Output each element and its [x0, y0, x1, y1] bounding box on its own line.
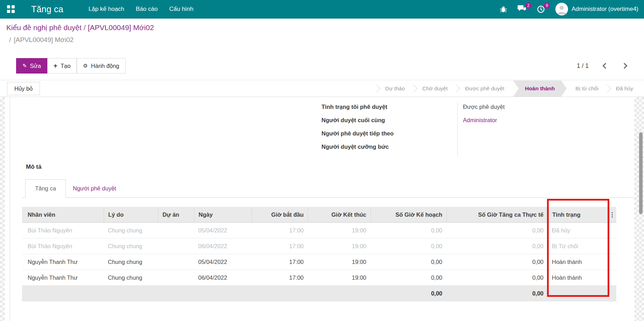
overtime-lines-table: Nhân viên Lý do Dự án Ngày Giờ bắt đầu G…	[22, 207, 616, 301]
table-row[interactable]: Nguyễn Thanh Thư Chung chung 05/04/2022 …	[22, 254, 616, 270]
status-step-label: Đã hủy	[616, 85, 633, 92]
footer-empty	[22, 286, 104, 301]
edit-button[interactable]: ✎ Sửa	[16, 58, 47, 74]
field-value-my-approval-status: Được phê duyệt	[457, 103, 546, 116]
table-row[interactable]: Bùi Thảo Nguyên Chung chung 06/04/2022 1…	[22, 238, 616, 254]
status-step[interactable]: Dự thảo	[376, 81, 414, 97]
activities-clock-icon[interactable]: 9	[537, 5, 545, 13]
cell-row-menu	[608, 270, 616, 285]
apps-grid-icon[interactable]	[7, 5, 15, 13]
pager: 1 / 1	[577, 62, 634, 70]
footer-actual-total: 0,00	[446, 286, 548, 301]
status-step[interactable]: Hoàn thành	[513, 81, 567, 97]
left-transparent-edge	[0, 97, 5, 321]
cell-status: Hoàn thành	[548, 254, 608, 270]
cell-project	[158, 238, 194, 254]
cell-date: 05/04/2022	[194, 223, 251, 238]
table-row[interactable]: Bùi Thảo Nguyên Chung chung 05/04/2022 1…	[22, 223, 616, 238]
breadcrumb-record-link[interactable]: [APVL00049] Mới02	[88, 23, 154, 32]
notebook-tabs: Tăng ca Người phê duyệt	[22, 179, 634, 198]
kebab-vertical-icon: ⋮	[609, 212, 615, 218]
content-left-border	[10, 97, 10, 321]
status-step[interactable]: Chờ duyệt	[414, 81, 456, 97]
cell-reason: Chung chung	[104, 270, 158, 285]
status-step-label: Bị từ chối	[575, 85, 598, 92]
optional-columns-toggle[interactable]: ⋮	[608, 207, 616, 222]
pager-next-icon[interactable]	[622, 63, 628, 69]
tab-overtime[interactable]: Tăng ca	[25, 179, 66, 198]
table-row[interactable]: Nguyễn Thanh Thư Chung chung 06/04/2022 …	[22, 270, 616, 286]
status-step[interactable]: Đã hủy	[607, 81, 642, 97]
cell-row-menu	[608, 238, 616, 254]
status-step-label: Hoàn thành	[525, 85, 555, 92]
breadcrumb-separator: /	[9, 36, 11, 43]
debug-bug-icon[interactable]	[500, 5, 507, 13]
breadcrumb-separator: /	[84, 23, 86, 32]
footer-empty	[194, 286, 251, 301]
status-step[interactable]: Được phê duyệt	[456, 81, 513, 97]
pager-previous-icon[interactable]	[603, 63, 609, 69]
apps-grid-square	[7, 5, 10, 8]
column-header-end-time[interactable]: Giờ Kết thúc	[308, 207, 371, 222]
column-header-start-time[interactable]: Giờ bắt đầu	[251, 207, 308, 222]
menu-reports[interactable]: Báo cáo	[136, 6, 158, 13]
cancel-button[interactable]: Hủy bỏ	[7, 82, 40, 95]
breadcrumb-active-label: [APVL00049] Mới02	[14, 36, 74, 43]
app-title: Tăng ca	[31, 4, 63, 14]
cell-status: Hoàn thành	[548, 270, 608, 285]
column-header-project[interactable]: Dự án	[158, 207, 194, 222]
cell-employee: Bùi Thảo Nguyên	[22, 223, 104, 238]
field-value-last-approver-link[interactable]: Administrator	[457, 116, 546, 129]
cell-project	[158, 254, 194, 270]
column-header-reason[interactable]: Lý do	[104, 207, 158, 222]
gear-icon: ⚙	[83, 63, 88, 69]
status-step-label: Được phê duyệt	[465, 85, 504, 92]
cell-date: 06/04/2022	[194, 270, 251, 285]
breadcrumb: Kiểu đề nghị phê duyệt/[APVL00049] Mới02	[6, 23, 154, 32]
field-label-last-approver: Người duyệt cuối cùng	[321, 116, 457, 124]
user-menu[interactable]: Administrator (overtime4)	[555, 3, 638, 15]
cell-actual-hours: 0,00	[446, 254, 548, 270]
cell-end-time: 19:00	[308, 270, 371, 285]
menu-configuration[interactable]: Cấu hình	[169, 6, 193, 13]
field-value-forced-approver	[457, 142, 546, 156]
cell-actual-hours: 0,00	[446, 270, 548, 285]
cell-end-time: 19:00	[308, 223, 371, 238]
field-row: Người duyệt cưỡng bức	[321, 142, 546, 156]
breadcrumb-parent-link[interactable]: Kiểu đề nghị phê duyệt	[6, 23, 82, 32]
apps-grid-square	[12, 5, 15, 8]
column-header-employee[interactable]: Nhân viên	[22, 207, 104, 222]
footer-empty	[608, 286, 616, 301]
field-row: Tình trạng tôi phê duyệt Được phê duyệt	[321, 103, 546, 116]
messages-icon[interactable]: 2	[518, 5, 526, 13]
footer-empty	[158, 286, 194, 301]
statusbar: Hủy bỏ Dự thảo Chờ duyệt Được phê duyệt …	[0, 81, 644, 97]
app-window: Tăng ca Lập kế hoạch Báo cáo Cấu hình 2	[0, 0, 644, 321]
field-value-next-approver	[457, 129, 546, 142]
apps-grid-square	[12, 10, 15, 13]
action-button-label: Hành động	[91, 63, 119, 69]
scrollbar-thumb[interactable]	[639, 132, 643, 214]
create-button[interactable]: + Tạo	[47, 58, 77, 74]
action-button[interactable]: ⚙ Hành động	[77, 58, 125, 74]
status-step[interactable]: Bị từ chối	[567, 81, 607, 97]
column-header-status[interactable]: Tình trạng	[548, 207, 608, 222]
column-header-actual-hours[interactable]: Số Giờ Tăng ca Thực tế	[446, 207, 548, 222]
activities-count-badge: 9	[544, 2, 550, 9]
status-steps: Dự thảo Chờ duyệt Được phê duyệt Hoàn th…	[376, 81, 644, 97]
topbar-right: 2 9 Administrator (overtime4)	[500, 3, 638, 15]
edit-button-label: Sửa	[30, 63, 41, 69]
footer-planned-total: 0,00	[371, 286, 446, 301]
field-label-next-approver: Người phê duyệt tiếp theo	[321, 129, 457, 137]
messages-count-badge: 2	[525, 2, 531, 9]
cell-date: 06/04/2022	[194, 238, 251, 254]
tab-approvers[interactable]: Người phê duyệt	[66, 179, 123, 197]
menu-planning[interactable]: Lập kế hoạch	[89, 6, 124, 13]
column-header-date[interactable]: Ngày	[194, 207, 251, 222]
column-header-planned-hours[interactable]: Số Giờ Kế hoạch	[371, 207, 446, 222]
cell-date: 05/04/2022	[194, 254, 251, 270]
cell-employee: Nguyễn Thanh Thư	[22, 270, 104, 285]
footer-empty	[251, 286, 308, 301]
field-label-my-approval-status: Tình trạng tôi phê duyệt	[321, 103, 457, 110]
table-body: Bùi Thảo Nguyên Chung chung 05/04/2022 1…	[22, 223, 616, 286]
